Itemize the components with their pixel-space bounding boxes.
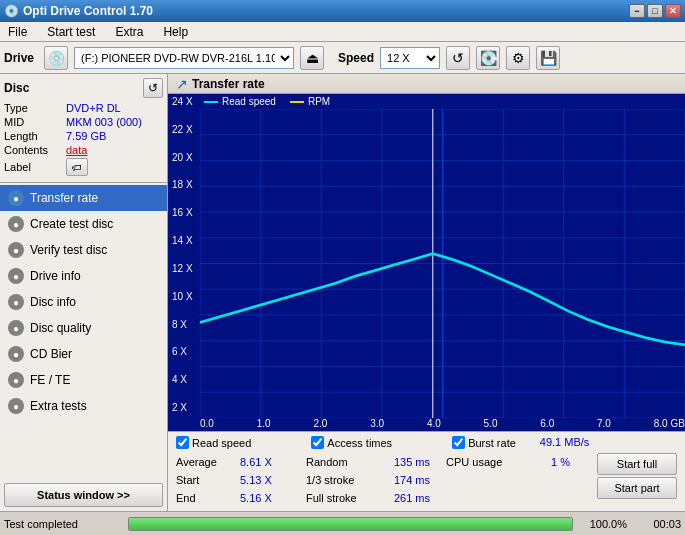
y-label-8: 8 X [172,319,198,330]
y-label-10: 10 X [172,291,198,302]
menu-help[interactable]: Help [159,23,192,41]
nav-disc-quality[interactable]: ● Disc quality [0,315,167,341]
speed-label: Speed [338,51,374,65]
chart-area: 24 X 22 X 20 X 18 X 16 X 14 X 12 X 10 X … [168,94,685,431]
drive-select[interactable]: (F:) PIONEER DVD-RW DVR-216L 1.10 [74,47,294,69]
menu-extra[interactable]: Extra [111,23,147,41]
toolbar: Drive 💿 (F:) PIONEER DVD-RW DVR-216L 1.1… [0,42,685,74]
menu-start-test[interactable]: Start test [43,23,99,41]
checkbox-burst-rate[interactable]: Burst rate [452,436,516,449]
close-button[interactable]: ✕ [665,4,681,18]
checkbox-access-times-input[interactable] [311,436,324,449]
nav-fe-te[interactable]: ● FE / TE [0,367,167,393]
checkbox-read-speed-input[interactable] [176,436,189,449]
nav-extra-tests[interactable]: ● Extra tests [0,393,167,419]
nav-verify-test-disc[interactable]: ● Verify test disc [0,237,167,263]
nav-icon-create-test-disc: ● [8,216,24,232]
x-label-3: 3.0 [370,418,384,429]
disc-mid-value: MKM 003 (000) [66,116,142,128]
y-label-4: 4 X [172,374,198,385]
y-label-16: 16 X [172,207,198,218]
x-label-8: 8.0 GB [654,418,685,429]
nav-icon-verify-test-disc: ● [8,242,24,258]
drive-label: Drive [4,51,34,65]
stat-start-value: 5.13 X [240,474,280,486]
nav-label-create-test-disc: Create test disc [30,217,113,231]
nav-icon-disc-quality: ● [8,320,24,336]
y-label-24: 24 X [172,96,198,107]
disc-type-label: Type [4,102,66,114]
disc-type-row: Type DVD+R DL [4,102,163,114]
nav-disc-info[interactable]: ● Disc info [0,289,167,315]
app-title: Opti Drive Control 1.70 [23,4,153,18]
disc-button[interactable]: 💽 [476,46,500,70]
stats-checkboxes: Read speed Access times Burst rate 49.1 … [176,436,677,449]
nav-label-transfer-rate: Transfer rate [30,191,98,205]
start-part-button[interactable]: Start part [597,477,677,499]
disc-title: Disc [4,81,29,95]
disc-length-value: 7.59 GB [66,130,106,142]
progress-container [128,517,573,531]
x-axis: 0.0 1.0 2.0 3.0 4.0 5.0 6.0 7.0 8.0 GB [200,418,685,431]
main-layout: Disc ↺ Type DVD+R DL MID MKM 003 (000) L… [0,74,685,511]
stat-random-value: 135 ms [380,456,430,468]
legend-label-rpm: RPM [308,96,330,107]
y-axis: 24 X 22 X 20 X 18 X 16 X 14 X 12 X 10 X … [168,94,200,431]
disc-label-row: Label 🏷 [4,158,163,176]
disc-contents-label: Contents [4,144,66,156]
stat-end-row: End 5.16 X [176,489,306,507]
x-label-1: 1.0 [257,418,271,429]
refresh-button[interactable]: ↺ [446,46,470,70]
stat-cpu-row: CPU usage 1 % [446,453,570,471]
y-label-2: 2 X [172,402,198,413]
nav-label-fe-te: FE / TE [30,373,70,387]
settings-button[interactable]: ⚙ [506,46,530,70]
y-label-18: 18 X [172,179,198,190]
x-label-2: 2.0 [313,418,327,429]
disc-length-row: Length 7.59 GB [4,130,163,142]
checkbox-read-speed[interactable]: Read speed [176,436,251,449]
nav-icon-cd-bler: ● [8,346,24,362]
nav-drive-info[interactable]: ● Drive info [0,263,167,289]
legend-label-read-speed: Read speed [222,96,276,107]
maximize-button[interactable]: □ [647,4,663,18]
nav-transfer-rate[interactable]: ● Transfer rate [0,185,167,211]
minimize-button[interactable]: − [629,4,645,18]
checkbox-burst-rate-label: Burst rate [468,437,516,449]
stat-start-row: Start 5.13 X [176,471,306,489]
stat-end-label: End [176,492,236,504]
checkbox-burst-rate-input[interactable] [452,436,465,449]
status-text: Test completed [4,518,124,530]
chart-visualization [200,109,685,418]
status-window-button[interactable]: Status window >> [4,483,163,507]
stat-start-label: Start [176,474,236,486]
burst-rate-value: 49.1 MB/s [540,436,590,449]
disc-label-button[interactable]: 🏷 [66,158,88,176]
checkbox-access-times[interactable]: Access times [311,436,392,449]
nav-cd-bler[interactable]: ● CD Bier [0,341,167,367]
nav-icon-extra-tests: ● [8,398,24,414]
menu-file[interactable]: File [4,23,31,41]
chart-legend: Read speed RPM [200,94,685,109]
speed-select[interactable]: 12 X [380,47,440,69]
nav-label-cd-bler: CD Bier [30,347,72,361]
disc-contents-value[interactable]: data [66,144,87,156]
disc-length-label: Length [4,130,66,142]
nav-label-verify-test-disc: Verify test disc [30,243,107,257]
checkbox-read-speed-label: Read speed [192,437,251,449]
stats-col-middle: Random 135 ms 1/3 stroke 174 ms Full str… [306,453,446,507]
disc-refresh-button[interactable]: ↺ [143,78,163,98]
chart-svg-container: Read speed RPM [200,94,685,431]
y-label-14: 14 X [172,235,198,246]
nav-create-test-disc[interactable]: ● Create test disc [0,211,167,237]
eject-button[interactable]: ⏏ [300,46,324,70]
save-button[interactable]: 💾 [536,46,560,70]
start-full-button[interactable]: Start full [597,453,677,475]
disc-mid-row: MID MKM 003 (000) [4,116,163,128]
nav-label-drive-info: Drive info [30,269,81,283]
title-bar: 💿 Opti Drive Control 1.70 − □ ✕ [0,0,685,22]
stats-col-right: CPU usage 1 % [446,453,570,507]
chart-header: ↗ Transfer rate [168,74,685,94]
disc-contents-row: Contents data [4,144,163,156]
stats-col-left: Average 8.61 X Start 5.13 X End 5.16 X [176,453,306,507]
